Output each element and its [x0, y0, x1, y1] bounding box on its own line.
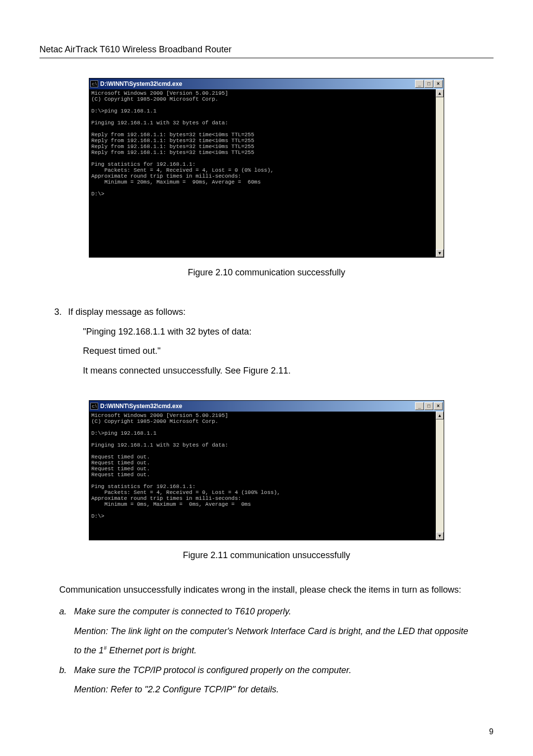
- scrollbar[interactable]: ▲ ▼: [436, 412, 444, 540]
- item-b-line2: Mention: Refer to "2.2 Configure TCP/IP"…: [74, 680, 494, 700]
- scroll-down-icon[interactable]: ▼: [436, 249, 444, 257]
- maximize-button[interactable]: □: [424, 402, 433, 410]
- minimize-button[interactable]: _: [415, 402, 424, 410]
- page-header: Netac AirTrack T610 Wireless Broadband R…: [39, 44, 494, 58]
- cmd-body-wrap: Microsoft Windows 2000 [Version 5.00.219…: [89, 412, 444, 540]
- minimize-button[interactable]: _: [415, 80, 424, 88]
- troubleshoot-list: a. Make sure the computer is connected t…: [59, 602, 494, 700]
- cmd-icon: c:\: [90, 403, 98, 410]
- step-3: 3.If display message as follows: "Pingin…: [54, 302, 494, 380]
- scrollbar[interactable]: ▲ ▼: [436, 89, 444, 257]
- scroll-track[interactable]: [436, 97, 444, 249]
- item-b-letter: b.: [59, 661, 74, 700]
- step-line-2: "Pinging 192.168.1.1 with 32 bytes of da…: [83, 322, 494, 342]
- window-buttons: _ □ ×: [415, 402, 443, 410]
- maximize-button[interactable]: □: [424, 80, 433, 88]
- cmd-window-success: c:\ D:\WINNT\System32\cmd.exe _ □ × Micr…: [89, 78, 444, 258]
- scroll-down-icon[interactable]: ▼: [436, 532, 444, 540]
- cmd-body-wrap: Microsoft Windows 2000 [Version 5.00.219…: [89, 89, 444, 257]
- window-title: D:\WINNT\System32\cmd.exe: [100, 403, 415, 410]
- item-a-letter: a.: [59, 602, 74, 661]
- figure-caption-1: Figure 2.10 communication successfully: [39, 267, 494, 278]
- titlebar: c:\ D:\WINNT\System32\cmd.exe _ □ ×: [89, 401, 444, 412]
- window-buttons: _ □ ×: [415, 80, 443, 88]
- cmd-output: Microsoft Windows 2000 [Version 5.00.219…: [89, 412, 436, 540]
- item-b-line1: Make sure the TCP/IP protocol is configu…: [74, 661, 494, 680]
- cmd-output: Microsoft Windows 2000 [Version 5.00.219…: [89, 89, 436, 257]
- step-line-1: If display message as follows:: [68, 307, 186, 317]
- scroll-up-icon[interactable]: ▲: [436, 412, 444, 419]
- step-line-3: Request timed out.": [83, 341, 494, 361]
- scroll-up-icon[interactable]: ▲: [436, 89, 444, 97]
- page-number: 9: [489, 727, 494, 736]
- cmd-window-fail: c:\ D:\WINNT\System32\cmd.exe _ □ × Micr…: [89, 400, 444, 540]
- window-title: D:\WINNT\System32\cmd.exe: [100, 80, 415, 87]
- scroll-track[interactable]: [436, 419, 444, 532]
- step-line-4: It means connected unsuccessfully. See F…: [83, 361, 494, 381]
- step-number: 3.: [54, 302, 68, 322]
- item-a-line2b: to the 1# Ethernet port is bright.: [74, 641, 494, 661]
- close-button[interactable]: ×: [434, 402, 443, 410]
- troubleshoot-intro: Communication unsuccessfully indicates w…: [59, 580, 494, 600]
- titlebar: c:\ D:\WINNT\System32\cmd.exe _ □ ×: [89, 78, 444, 89]
- figure-caption-2: Figure 2.11 communication unsuccessfully: [39, 550, 494, 561]
- close-button[interactable]: ×: [434, 80, 443, 88]
- item-a-line1: Make sure the computer is connected to T…: [74, 602, 494, 622]
- item-a-line2a: Mention: The link light on the computer'…: [74, 622, 494, 642]
- cmd-icon: c:\: [90, 80, 98, 87]
